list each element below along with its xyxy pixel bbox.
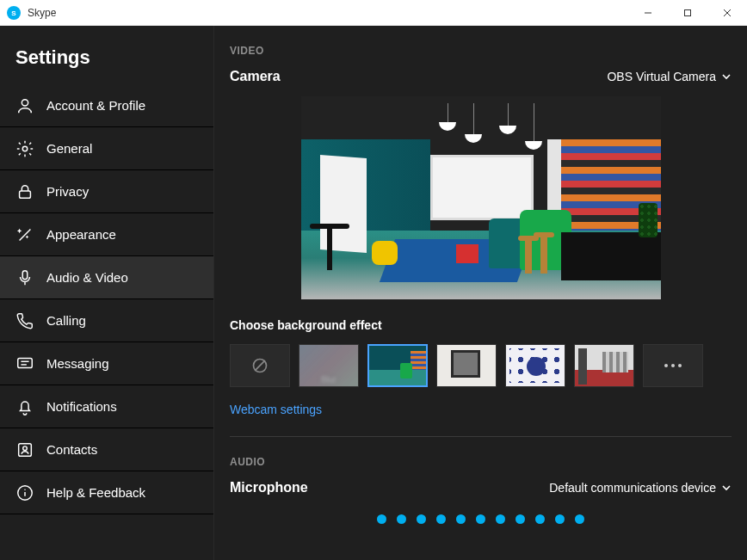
sidebar-item-label: Messaging <box>46 356 109 371</box>
svg-rect-8 <box>22 270 28 279</box>
camera-dropdown[interactable]: OBS Virtual Camera <box>607 70 732 83</box>
mic-level-dot <box>535 514 545 524</box>
sidebar-item-label: Audio & Video <box>46 270 128 285</box>
mic-level-dot <box>555 514 565 524</box>
chevron-down-icon <box>721 483 732 493</box>
contacts-icon <box>15 440 34 459</box>
background-effect-label: Choose background effect <box>230 318 732 332</box>
svg-text:S: S <box>11 9 16 16</box>
svg-point-16 <box>24 489 25 489</box>
svg-point-19 <box>664 364 668 367</box>
section-divider <box>230 436 732 437</box>
microphone-level-meter <box>230 514 732 524</box>
bell-icon <box>15 397 34 416</box>
bg-effect-blur[interactable]: Blur <box>299 344 359 387</box>
mic-level-dot <box>575 514 584 524</box>
gear-icon <box>15 139 34 158</box>
bg-effect-cafe[interactable] <box>574 344 634 387</box>
settings-sidebar: Settings Account & Profile General Priva… <box>0 26 214 560</box>
bg-effect-room[interactable] <box>436 344 497 387</box>
bg-effect-office[interactable] <box>367 344 428 387</box>
titlebar: S Skype <box>0 0 747 26</box>
phone-icon <box>15 311 34 330</box>
sidebar-item-label: Contacts <box>46 442 97 457</box>
mic-level-dot <box>456 514 466 524</box>
chevron-down-icon <box>721 71 732 82</box>
close-button[interactable] <box>707 0 747 26</box>
audio-section-label: AUDIO <box>230 456 732 468</box>
background-effect-thumbs: Blur <box>230 344 732 387</box>
bg-effect-pattern[interactable] <box>505 344 565 387</box>
svg-point-20 <box>671 364 675 367</box>
webcam-settings-link[interactable]: Webcam settings <box>230 403 322 416</box>
settings-title: Settings <box>0 46 213 84</box>
person-icon <box>15 96 34 115</box>
mic-level-dot <box>436 514 446 524</box>
svg-rect-7 <box>20 191 31 198</box>
microphone-label: Microphone <box>230 480 308 495</box>
sidebar-item-label: Account & Profile <box>46 98 145 113</box>
sidebar-item-appearance[interactable]: Appearance <box>0 213 213 256</box>
sidebar-item-label: Notifications <box>46 399 117 414</box>
lock-icon <box>15 182 34 201</box>
svg-line-18 <box>255 360 265 371</box>
mic-level-dot <box>476 514 485 524</box>
svg-rect-9 <box>18 358 33 367</box>
sidebar-item-contacts[interactable]: Contacts <box>0 428 213 471</box>
settings-content: VIDEO Camera OBS Virtual Camera <box>214 26 747 560</box>
sidebar-item-account[interactable]: Account & Profile <box>0 84 213 127</box>
svg-rect-2 <box>685 9 691 15</box>
maximize-button[interactable] <box>668 0 707 26</box>
sidebar-item-general[interactable]: General <box>0 127 213 170</box>
sidebar-item-calling[interactable]: Calling <box>0 299 213 342</box>
bg-effect-blur-label: Blur <box>299 375 358 385</box>
app-title: Skype <box>28 7 56 19</box>
sidebar-item-label: Appearance <box>46 227 116 242</box>
sidebar-item-privacy[interactable]: Privacy <box>0 170 213 213</box>
bg-effect-more[interactable] <box>643 344 703 387</box>
camera-label: Camera <box>230 69 281 84</box>
info-icon <box>15 483 34 502</box>
sidebar-item-label: Help & Feedback <box>46 485 145 500</box>
sidebar-item-label: General <box>46 141 92 156</box>
video-section-label: VIDEO <box>230 45 732 57</box>
camera-selected-value: OBS Virtual Camera <box>607 70 716 83</box>
minimize-button[interactable] <box>628 0 668 26</box>
sidebar-item-messaging[interactable]: Messaging <box>0 342 213 385</box>
svg-point-6 <box>22 146 28 151</box>
message-icon <box>15 354 34 373</box>
camera-preview <box>301 96 661 299</box>
bg-effect-none[interactable] <box>230 344 290 387</box>
svg-point-5 <box>22 99 28 105</box>
svg-point-13 <box>23 446 28 450</box>
skype-icon: S <box>7 6 21 20</box>
wand-icon <box>15 225 34 244</box>
sidebar-item-label: Privacy <box>46 184 89 199</box>
sidebar-item-help[interactable]: Help & Feedback <box>0 471 213 514</box>
mic-level-dot <box>397 514 406 524</box>
microphone-selected-value: Default communications device <box>549 481 716 495</box>
sidebar-item-notifications[interactable]: Notifications <box>0 385 213 428</box>
mic-level-dot <box>417 514 426 524</box>
sidebar-item-label: Calling <box>46 313 86 328</box>
microphone-dropdown[interactable]: Default communications device <box>549 481 732 495</box>
sidebar-item-audio-video[interactable]: Audio & Video <box>0 256 213 299</box>
mic-level-dot <box>515 514 525 524</box>
mic-icon <box>15 268 34 287</box>
mic-level-dot <box>377 514 386 524</box>
mic-level-dot <box>496 514 505 524</box>
svg-point-21 <box>678 364 682 367</box>
